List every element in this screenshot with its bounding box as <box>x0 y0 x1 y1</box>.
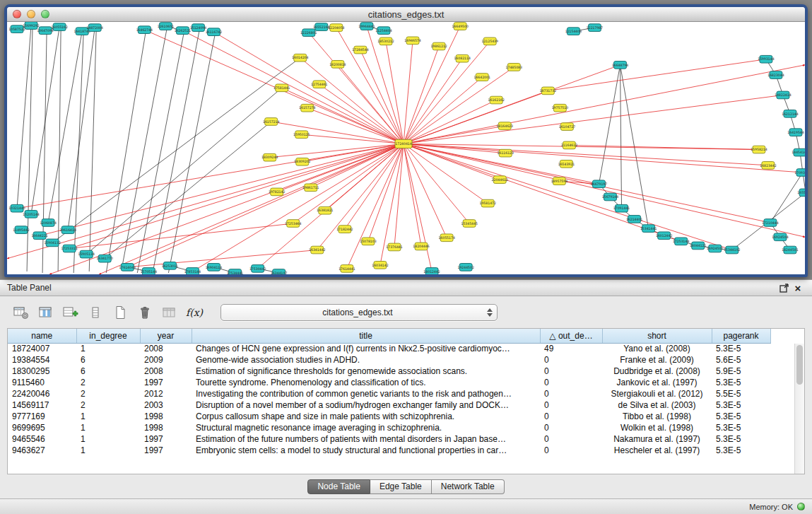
graph-edge[interactable] <box>106 31 146 273</box>
column-header-name[interactable]: name <box>8 329 76 343</box>
graph-node[interactable]: 16381821 <box>317 206 333 214</box>
tab-network-table[interactable]: Network Table <box>432 479 505 494</box>
graph-node[interactable]: 16116742 <box>206 28 222 36</box>
graph-node[interactable]: 16344107 <box>271 269 287 274</box>
graph-node[interactable]: 15993144 <box>758 55 774 63</box>
graph-node[interactable]: 18309202 <box>294 158 310 165</box>
graph-node[interactable]: 14822414 <box>775 91 791 99</box>
graph-edge[interactable] <box>394 144 404 247</box>
graph-edge[interactable] <box>404 95 783 144</box>
graph-node[interactable]: 16262521 <box>175 27 191 35</box>
graph-node[interactable]: 19861711 <box>302 184 319 192</box>
graph-node[interactable]: 16253011 <box>162 262 178 270</box>
graph-node[interactable]: 20616414 <box>59 226 76 234</box>
graph-node[interactable]: 17284544 <box>352 46 368 54</box>
table-row[interactable]: 911546021997Tourette syndrome. Phenomeno… <box>8 377 770 388</box>
graph-edge[interactable] <box>404 144 421 246</box>
graph-edge[interactable] <box>404 144 768 165</box>
delete-table-icon[interactable] <box>135 303 155 322</box>
graph-node[interactable]: 18164623 <box>497 122 513 130</box>
column-header-in_degree[interactable]: in_degree <box>76 329 140 343</box>
graph-node[interactable]: 17614441 <box>339 265 355 273</box>
graph-node[interactable]: 12060874 <box>40 219 56 227</box>
graph-node[interactable]: 12754461 <box>311 81 327 88</box>
graph-node[interactable]: 16214401 <box>626 216 642 223</box>
function-builder-icon[interactable]: f(x) <box>184 303 204 322</box>
graph-node[interactable]: 17093442 <box>794 169 805 177</box>
graph-node[interactable]: 15679144 <box>602 193 618 201</box>
graph-node[interactable]: 16904114 <box>206 264 222 271</box>
table-mode-icon[interactable] <box>11 303 31 322</box>
graph-node[interactable]: 16823442 <box>760 162 776 170</box>
graph-node[interactable]: 15341441 <box>640 225 657 233</box>
graph-node[interactable]: 12217987 <box>587 24 603 32</box>
graph-edge[interactable] <box>360 50 404 144</box>
graph-edge[interactable] <box>368 144 404 241</box>
graph-node[interactable]: 17253464 <box>285 220 301 228</box>
graph-edge[interactable] <box>770 173 803 223</box>
graph-node[interactable]: 11254404 <box>375 27 392 35</box>
graph-node[interactable]: 16014204 <box>292 54 308 62</box>
graph-node[interactable]: 16462744 <box>136 26 153 34</box>
graph-node[interactable]: 16162162 <box>488 96 505 104</box>
graph-node[interactable]: 14454144 <box>792 148 805 156</box>
graph-node[interactable]: 16642001 <box>473 74 490 81</box>
graph-node[interactable]: 18731732 <box>540 87 556 95</box>
graph-node[interactable]: 16157214 <box>263 118 279 126</box>
graph-node[interactable]: 15699292 <box>23 22 39 29</box>
table-row[interactable]: 946362711997Embryonic stem cells: a mode… <box>8 445 770 456</box>
graph-node[interactable]: 10321440 <box>8 204 25 212</box>
graph-node[interactable]: 15905134 <box>78 250 94 258</box>
graph-node[interactable]: 16924504 <box>772 233 788 241</box>
import-table-icon[interactable] <box>160 303 180 322</box>
graph-node[interactable]: 15958214 <box>751 146 767 153</box>
graph-node[interactable]: 16341442 <box>309 246 325 254</box>
graph-edge[interactable] <box>404 144 681 241</box>
network-graph[interactable]: 1853021217284544182008181275446116157278… <box>7 22 805 274</box>
graph-edge[interactable] <box>569 145 758 149</box>
graph-node[interactable]: 18244501 <box>782 246 798 254</box>
close-window-button[interactable] <box>13 10 21 18</box>
graph-node[interactable]: 16116123 <box>498 149 514 157</box>
graph-node[interactable]: 16644221 <box>31 232 47 240</box>
graph-node[interactable]: 16055162 <box>51 23 67 31</box>
graph-node[interactable]: 15124094 <box>190 24 206 32</box>
graph-node[interactable]: 18044121 <box>690 242 706 250</box>
graph-node[interactable]: 16543921 <box>558 160 575 168</box>
graph-edge[interactable] <box>404 144 447 238</box>
graph-edge[interactable] <box>404 144 732 250</box>
graph-node[interactable]: 19244502 <box>457 264 473 271</box>
graph-node[interactable]: 18200818 <box>329 61 346 69</box>
graph-node[interactable]: 17376441 <box>386 243 402 251</box>
window-titlebar[interactable]: citations_edges.txt <box>7 7 805 22</box>
graph-edge[interactable] <box>404 144 432 271</box>
graph-node[interactable]: 12226801 <box>300 29 317 37</box>
column-header-short[interactable]: short <box>602 329 712 343</box>
graph-node[interactable]: 16552164 <box>313 23 329 31</box>
new-table-icon[interactable] <box>110 303 130 322</box>
graph-node[interactable]: 16341770 <box>97 255 113 262</box>
graph-node[interactable]: 12204058 <box>328 24 344 32</box>
graph-node[interactable]: 17253311 <box>61 245 77 252</box>
graph-edge[interactable] <box>258 144 404 268</box>
graph-node[interactable]: 16104727 <box>559 123 575 131</box>
graph-node[interactable]: 15344102 <box>724 246 740 254</box>
graph-node[interactable]: 16823044 <box>767 71 784 79</box>
table-row[interactable]: 1938455462009Genome-wide association stu… <box>8 354 770 366</box>
graph-node[interactable]: 15950125 <box>293 131 310 139</box>
graph-node[interactable]: 19861212 <box>430 42 447 50</box>
zoom-window-button[interactable] <box>41 10 49 18</box>
graph-node[interactable]: 15205144 <box>23 210 39 218</box>
table-row[interactable]: 977716911998Corpus callosum shape and si… <box>8 411 770 422</box>
graph-node[interactable]: 19782142 <box>269 188 285 196</box>
graph-node[interactable]: 16679197 <box>591 180 607 188</box>
graph-node[interactable]: 17210444 <box>762 219 778 227</box>
graph-edge[interactable] <box>271 122 404 144</box>
vertical-scrollbar[interactable] <box>794 344 804 474</box>
table-row[interactable]: 1456911722003Disruption of a novel membe… <box>8 399 770 411</box>
graph-node[interactable]: 16157278 <box>299 104 315 112</box>
graph-node[interactable]: 16553901 <box>797 189 805 197</box>
graph-node[interactable]: 12154408 <box>565 28 582 35</box>
graph-edge[interactable] <box>214 32 404 144</box>
graph-edge[interactable] <box>127 250 317 267</box>
